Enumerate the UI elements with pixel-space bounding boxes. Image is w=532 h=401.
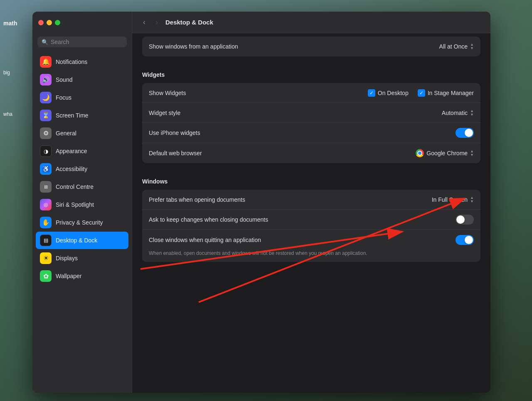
focus-icon: 🌙 [40, 92, 52, 103]
show-windows-value: All at Once ▲ ▼ [439, 43, 474, 50]
widget-style-label: Widget style [149, 110, 442, 116]
sidebar-item-privacy[interactable]: ✋ Privacy & Security [36, 214, 128, 231]
privacy-icon: ✋ [40, 217, 52, 228]
sidebar-item-screentime[interactable]: ⌛ Screen Time [36, 107, 128, 124]
sidebar-item-displays[interactable]: ☀ Displays [36, 249, 128, 267]
ask-keep-toggle-knob [456, 215, 465, 224]
sidebar-item-accessibility[interactable]: ♿ Accessibility [36, 160, 128, 178]
sidebar-item-appearance[interactable]: ◑ Appearance [36, 142, 128, 160]
default-browser-text: Google Chrome [426, 150, 468, 156]
browser-stepper[interactable]: ▲ ▼ [470, 149, 474, 157]
desktop-icon: ▤ [40, 235, 52, 246]
on-desktop-checkbox[interactable]: ✓ [368, 89, 375, 97]
close-windows-toggle-knob [465, 236, 473, 244]
default-browser-value: Google Chrome ▲ ▼ [416, 149, 474, 157]
browser-stepper-down: ▼ [470, 153, 474, 157]
sidebar-label-controlcentre: Control Centre [56, 183, 94, 190]
maximize-button[interactable] [55, 20, 60, 25]
show-windows-group: Show windows from an application All at … [142, 37, 480, 56]
prefer-tabs-label: Prefer tabs when opening documents [149, 196, 432, 203]
sidebar-label-accessibility: Accessibility [56, 166, 87, 172]
sidebar-label-sound: Sound [56, 76, 72, 83]
show-windows-row: Show windows from an application All at … [142, 37, 480, 56]
widget-style-stepper[interactable]: ▲ ▼ [470, 109, 474, 117]
widgets-section-label: Widgets [142, 63, 480, 83]
sidebar-item-general[interactable]: ⚙ General [36, 125, 128, 142]
widget-style-row: Widget style Automatic ▲ ▼ [142, 103, 480, 123]
on-desktop-label: On Desktop [378, 90, 409, 96]
sidebar-label-appearance: Appearance [56, 148, 87, 154]
sidebar-item-desktop[interactable]: ▤ Desktop & Dock [36, 232, 128, 249]
show-windows-value-text: All at Once [439, 43, 468, 50]
show-windows-label: Show windows from an application [149, 43, 439, 50]
forward-button[interactable]: › [153, 16, 160, 28]
sound-icon: 🔊 [40, 74, 52, 86]
sidebar-list: 🔔 Notifications 🔊 Sound 🌙 Focus ⌛ Screen… [32, 52, 132, 393]
widget-style-value: Automatic ▲ ▼ [442, 109, 474, 117]
show-widgets-row: Show Widgets ✓ On Desktop ✓ In Stage Man… [142, 83, 480, 103]
sidebar-titlebar [32, 12, 132, 33]
sidebar-item-controlcentre[interactable]: ⊞ Control Centre [36, 178, 128, 196]
tabs-stepper-down: ▼ [470, 200, 474, 203]
outside-label-wha: wha [3, 111, 12, 117]
widget-stepper-down: ▼ [470, 113, 474, 117]
sidebar-label-displays: Displays [56, 255, 78, 262]
sidebar: 🔍 Search 🔔 Notifications 🔊 Sound 🌙 Focus… [32, 12, 132, 393]
sidebar-item-siri[interactable]: ◎ Siri & Spotlight [36, 196, 128, 213]
outside-label-big: big [3, 70, 10, 76]
sidebar-label-general: General [56, 130, 76, 137]
screentime-icon: ⌛ [40, 110, 52, 121]
sidebar-label-wallpaper: Wallpaper [56, 273, 82, 279]
prefer-tabs-stepper[interactable]: ▲ ▼ [470, 196, 474, 203]
close-windows-label: Close windows when quitting an applicati… [149, 237, 456, 243]
windows-group: Prefer tabs when opening documents In Fu… [142, 190, 480, 262]
sidebar-label-siri: Siri & Spotlight [56, 201, 94, 208]
sidebar-item-wallpaper[interactable]: ✿ Wallpaper [36, 267, 128, 285]
content-body: Show windows from an application All at … [132, 33, 490, 393]
prefer-tabs-row: Prefer tabs when opening documents In Fu… [142, 190, 480, 210]
ask-keep-row: Ask to keep changes when closing documen… [142, 210, 480, 230]
close-windows-row: Close windows when quitting an applicati… [142, 230, 480, 250]
window-title: Desktop & Dock [165, 19, 213, 26]
sidebar-item-focus[interactable]: 🌙 Focus [36, 89, 128, 106]
sidebar-label-notifications: Notifications [56, 59, 87, 65]
close-windows-toggle[interactable] [456, 235, 474, 245]
sidebar-item-notifications[interactable]: 🔔 Notifications [36, 53, 128, 71]
outside-label-math: math [3, 20, 17, 27]
toggle-knob [465, 129, 473, 137]
show-windows-stepper[interactable]: ▲ ▼ [470, 43, 474, 50]
search-box[interactable]: 🔍 Search [37, 37, 127, 47]
default-browser-label: Default web browser [149, 150, 416, 156]
windows-section-label: Windows [142, 170, 480, 190]
appearance-icon: ◑ [40, 145, 52, 157]
show-widgets-label: Show Widgets [149, 90, 368, 96]
on-desktop-checkbox-label[interactable]: ✓ On Desktop [368, 89, 409, 97]
minimize-button[interactable] [47, 20, 52, 25]
ask-keep-toggle[interactable] [456, 215, 474, 225]
wallpaper-icon: ✿ [40, 270, 52, 282]
general-icon: ⚙ [40, 127, 52, 139]
default-browser-row: Default web browser Google Chrome ▲ ▼ [142, 143, 480, 163]
widget-style-text: Automatic [442, 110, 468, 116]
in-stage-manager-checkbox[interactable]: ✓ [418, 89, 425, 97]
use-iphone-widgets-toggle[interactable] [456, 128, 474, 138]
in-stage-manager-label: In Stage Manager [428, 90, 474, 96]
widgets-group: Show Widgets ✓ On Desktop ✓ In Stage Man… [142, 83, 480, 163]
accessibility-icon: ♿ [40, 163, 52, 175]
close-button[interactable] [38, 20, 44, 25]
sidebar-label-desktop: Desktop & Dock [56, 237, 97, 244]
sidebar-label-screentime: Screen Time [56, 112, 89, 119]
main-titlebar: ‹ › Desktop & Dock [132, 12, 490, 33]
search-container: 🔍 Search [32, 33, 132, 52]
in-stage-manager-checkbox-label[interactable]: ✓ In Stage Manager [418, 89, 474, 97]
controlcentre-icon: ⊞ [40, 181, 52, 193]
sidebar-label-privacy: Privacy & Security [56, 219, 103, 226]
search-icon: 🔍 [42, 39, 48, 45]
back-button[interactable]: ‹ [140, 16, 148, 28]
use-iphone-widgets-label: Use iPhone widgets [149, 130, 456, 136]
close-windows-desc: When enabled, open documents and windows… [142, 250, 480, 262]
chrome-icon [416, 149, 424, 157]
system-preferences-window: 🔍 Search 🔔 Notifications 🔊 Sound 🌙 Focus… [32, 12, 490, 393]
sidebar-item-sound[interactable]: 🔊 Sound [36, 71, 128, 88]
prefer-tabs-value: In Full Screen ▲ ▼ [432, 196, 474, 203]
